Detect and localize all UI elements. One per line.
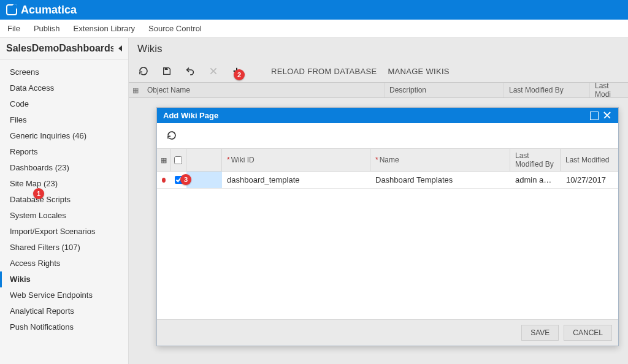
modal-titlebar[interactable]: Add Wiki Page	[157, 108, 618, 123]
sidebar-item-import-export-scenarios[interactable]: Import/Export Scenarios	[0, 224, 128, 240]
grid-col-object-name[interactable]: Object Name	[142, 83, 385, 97]
sidebar-list: Screens Data Access Code Files Generic I…	[0, 59, 128, 340]
menu-file[interactable]: File	[7, 24, 20, 33]
modal-col-name[interactable]: *Name	[370, 149, 510, 171]
sidebar-item-screens[interactable]: Screens	[0, 64, 128, 80]
modal-row[interactable]: dashboard_template Dashboard Templates a…	[157, 172, 618, 189]
brand-name: Acumatica	[21, 4, 77, 17]
row-selection-cell[interactable]	[186, 172, 222, 188]
modal-col-name-label: Name	[380, 156, 399, 164]
row-status-icon	[157, 172, 170, 188]
sidebar-item-reports[interactable]: Reports	[0, 144, 128, 160]
save-button[interactable]	[161, 65, 173, 77]
row-last-modified-by: admin ad…	[510, 172, 561, 188]
sidebar-item-generic-inquiries[interactable]: Generic Inquiries (46)	[0, 128, 128, 144]
sidebar-item-analytical-reports[interactable]: Analytical Reports	[0, 303, 128, 319]
grid-header: ▦ Object Name Description Last Modified …	[129, 82, 628, 98]
sidebar-item-site-map[interactable]: Site Map (23)	[0, 176, 128, 192]
modal-maximize-button[interactable]	[590, 112, 599, 120]
modal-col-last-modified[interactable]: Last Modified	[561, 149, 618, 171]
modal-col-wiki-id[interactable]: *Wiki ID	[222, 149, 370, 171]
sidebar-item-code[interactable]: Code	[0, 96, 128, 112]
modal-col-wiki-id-label: Wiki ID	[231, 156, 255, 164]
sidebar-item-files[interactable]: Files	[0, 112, 128, 128]
modal-toolbar	[157, 123, 618, 148]
row-name[interactable]: Dashboard Templates	[370, 172, 510, 188]
modal-title-text: Add Wiki Page	[163, 111, 218, 120]
menu-publish[interactable]: Publish	[34, 24, 60, 33]
required-star-icon: *	[375, 156, 378, 164]
modal-refresh-button[interactable]	[166, 129, 178, 142]
refresh-icon	[139, 66, 148, 76]
menu-extension-library[interactable]: Extension Library	[74, 24, 135, 33]
undo-icon	[185, 66, 195, 76]
callout-1: 1	[33, 188, 44, 199]
modal-grid-check-all[interactable]	[170, 149, 186, 171]
toolbar: RELOAD FROM DATABASE MANAGE WIKIS	[129, 60, 628, 82]
undo-button[interactable]	[184, 65, 196, 77]
modal-grid-header: ▦ *Wiki ID *Name Last Modified By Last M…	[157, 148, 618, 172]
sidebar-header: SalesDemoDashboards	[0, 38, 128, 59]
save-icon	[162, 66, 172, 76]
delete-button[interactable]	[207, 65, 220, 77]
refresh-button[interactable]	[137, 65, 150, 77]
svg-rect-1	[167, 68, 168, 69]
modal-col-last-modified-by[interactable]: Last Modified By	[510, 149, 561, 171]
grid-col-description[interactable]: Description	[385, 83, 504, 97]
page-title: Wikis	[129, 38, 628, 60]
sidebar-item-system-locales[interactable]: System Locales	[0, 208, 128, 224]
callout-2: 2	[234, 69, 245, 80]
brand-logo-icon	[6, 4, 17, 15]
new-row-indicator-icon	[162, 178, 166, 183]
sidebar-item-database-scripts[interactable]: Database Scripts	[0, 192, 128, 208]
grid-col-last-modified-by[interactable]: Last Modified By	[504, 83, 590, 97]
sidebar-item-access-rights[interactable]: Access Rights	[0, 256, 128, 271]
sidebar: SalesDemoDashboards Screens Data Access …	[0, 38, 129, 364]
grid-col-last-modified[interactable]: Last Modi	[590, 83, 628, 97]
sidebar-item-wikis[interactable]: Wikis	[0, 271, 128, 287]
row-last-modified: 10/27/2017	[561, 172, 618, 188]
delete-icon	[209, 66, 218, 76]
sidebar-project-title: SalesDemoDashboards	[6, 43, 113, 54]
grid-select-icon[interactable]: ▦	[129, 86, 142, 94]
modal-grid-sel-spacer	[186, 149, 222, 171]
brand-bar: Acumatica	[0, 0, 628, 20]
sidebar-item-shared-filters[interactable]: Shared Filters (107)	[0, 240, 128, 256]
refresh-icon	[167, 131, 177, 140]
sidebar-item-data-access[interactable]: Data Access	[0, 80, 128, 96]
sidebar-item-push-notifications[interactable]: Push Notifications	[0, 319, 128, 335]
reload-from-database-button[interactable]: RELOAD FROM DATABASE	[271, 67, 377, 76]
modal-cancel-button[interactable]: CANCEL	[564, 325, 612, 341]
manage-wikis-button[interactable]: MANAGE WIKIS	[388, 67, 449, 76]
menu-bar: File Publish Extension Library Source Co…	[0, 20, 628, 38]
check-all-checkbox[interactable]	[174, 156, 182, 164]
callout-3: 3	[180, 174, 191, 185]
modal-footer: SAVE CANCEL	[157, 319, 618, 346]
modal-body-empty	[157, 189, 618, 319]
add-wiki-page-modal: Add Wiki Page ▦ *Wiki ID *Name Last Modi…	[156, 107, 619, 346]
sidebar-item-web-service-endpoints[interactable]: Web Service Endpoints	[0, 287, 128, 303]
row-wiki-id[interactable]: dashboard_template	[222, 172, 370, 188]
modal-save-button[interactable]: SAVE	[521, 325, 559, 341]
modal-grid-select-icon[interactable]: ▦	[157, 149, 170, 171]
sidebar-item-dashboards[interactable]: Dashboards (23)	[0, 160, 128, 176]
collapse-sidebar-icon[interactable]	[118, 45, 122, 51]
modal-close-button[interactable]	[603, 112, 612, 120]
modal-title-controls	[590, 112, 612, 120]
required-star-icon: *	[227, 156, 230, 164]
menu-source-control[interactable]: Source Control	[148, 24, 202, 33]
